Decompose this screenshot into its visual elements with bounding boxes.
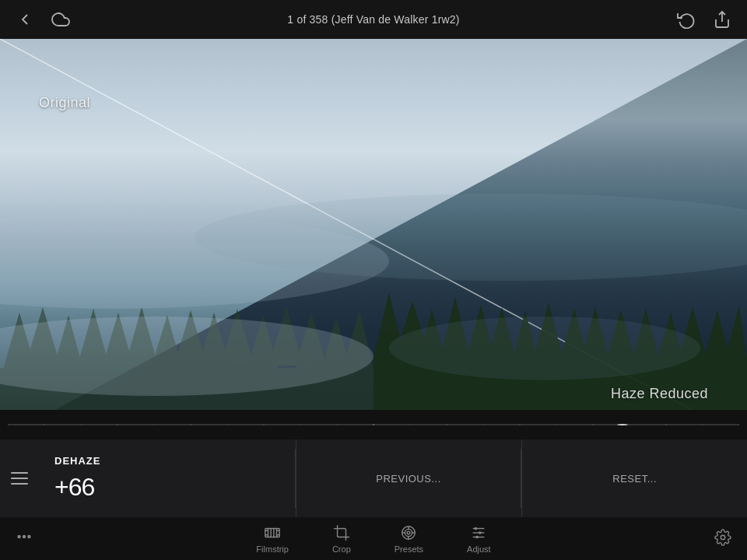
- ticks-container: [8, 424, 739, 425]
- bottom-panel: DEHAZE +66 PREVIOUS... RESET...: [0, 439, 747, 517]
- back-button[interactable]: [12, 7, 37, 32]
- reset-button[interactable]: RESET...: [521, 439, 747, 517]
- crop-icon: [333, 524, 350, 541]
- original-label: Original: [39, 95, 90, 111]
- adjust-icon: [470, 524, 487, 541]
- svg-point-57: [479, 531, 482, 534]
- toolbar-right: [714, 529, 731, 549]
- timeline-track[interactable]: // Will render ticks via inline approach…: [8, 424, 739, 425]
- adjustment-name: DEHAZE: [54, 455, 279, 467]
- presets-button[interactable]: Presets: [373, 524, 445, 554]
- toolbar: Filmstrip Crop Presets: [0, 517, 747, 560]
- header: 1 of 358 (Jeff Van de Walker 1rw2): [0, 0, 747, 39]
- presets-label: Presets: [395, 544, 423, 554]
- adjustment-value: +66: [54, 473, 279, 502]
- svg-point-35: [23, 536, 26, 538]
- adjust-label: Adjust: [467, 544, 491, 554]
- haze-reduced-label: Haze Reduced: [611, 386, 708, 402]
- undo-button[interactable]: [674, 7, 699, 32]
- filmstrip-label: Filmstrip: [256, 544, 289, 554]
- svg-point-56: [475, 527, 478, 530]
- presets-icon: [400, 524, 417, 541]
- hamburger-line-2: [11, 478, 28, 479]
- svg-point-48: [408, 531, 411, 534]
- svg-rect-37: [265, 528, 279, 537]
- toolbar-left: [16, 528, 33, 549]
- svg-point-59: [721, 535, 725, 540]
- hamburger-line-3: [11, 483, 28, 485]
- gear-icon: [714, 529, 731, 546]
- ticks-svg: [8, 424, 739, 425]
- header-right: [674, 7, 735, 32]
- svg-point-58: [476, 535, 479, 538]
- photo-area[interactable]: Original Haze Reduced: [0, 39, 747, 439]
- filmstrip-icon: [264, 524, 281, 541]
- timeline-bar[interactable]: // Will render ticks via inline approach…: [0, 410, 747, 439]
- share-button[interactable]: [710, 7, 735, 32]
- svg-point-5: [389, 317, 700, 380]
- svg-point-36: [28, 536, 30, 538]
- adjust-button[interactable]: Adjust: [445, 524, 513, 554]
- divider-line: [0, 39, 747, 439]
- crop-button[interactable]: Crop: [310, 524, 373, 554]
- ellipsis-icon: [16, 528, 33, 545]
- settings-button[interactable]: [714, 529, 731, 549]
- toolbar-center: Filmstrip Crop Presets: [33, 524, 714, 554]
- adjustment-section: DEHAZE +66: [39, 439, 295, 517]
- cloud-button[interactable]: [48, 7, 73, 32]
- filmstrip-button[interactable]: Filmstrip: [234, 524, 310, 554]
- hamburger-line-1: [11, 472, 28, 474]
- previous-button[interactable]: PREVIOUS...: [296, 439, 521, 517]
- menu-button[interactable]: [0, 439, 39, 517]
- svg-point-47: [405, 529, 412, 536]
- hamburger-icon: [11, 472, 28, 485]
- header-title: 1 of 358 (Jeff Van de Walker 1rw2): [287, 13, 459, 26]
- crop-label: Crop: [332, 544, 351, 554]
- header-left: [12, 7, 73, 32]
- svg-point-33: [617, 424, 628, 425]
- svg-point-34: [18, 536, 20, 538]
- more-options-button[interactable]: [16, 528, 33, 549]
